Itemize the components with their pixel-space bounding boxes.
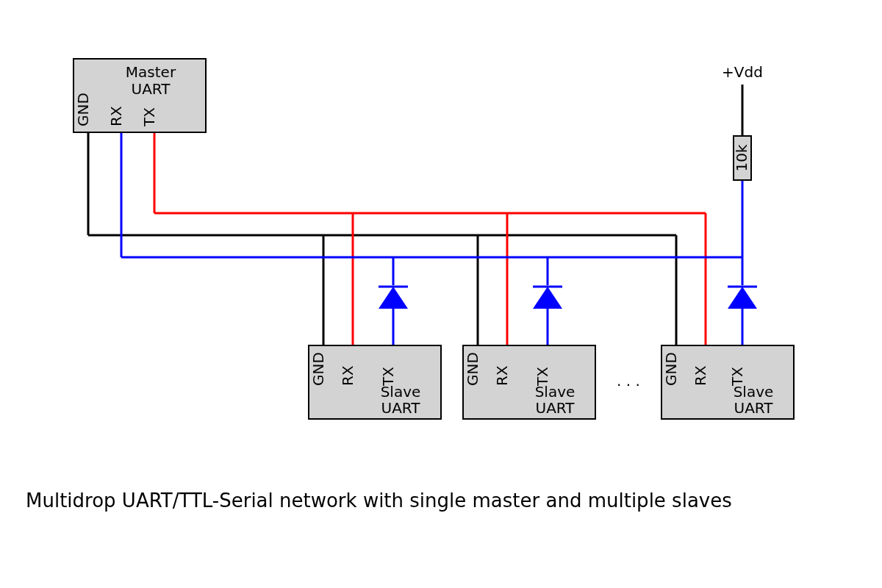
master-pin-gnd: GND [74,93,92,126]
schematic: 10k +Vdd Master UART GND RX TX GND RX TX… [0,0,882,588]
slave3-pin-gnd: GND [662,352,680,386]
master-title1: Master [126,63,176,81]
svg-rect-9 [662,345,794,419]
slave-uart-block-3: GND RX TX Slave UART [662,345,794,419]
svg-rect-8 [463,345,595,419]
slave1-title1: Slave [381,383,421,401]
slave-uart-block-1: GND RX TX Slave UART [309,345,441,419]
master-title2: UART [132,80,171,98]
svg-marker-2 [533,287,562,309]
slave3-title1: Slave [734,383,774,401]
master-uart-block: Master UART GND RX TX [74,59,206,132]
diode-slave2 [533,287,562,309]
slave1-pin-gnd: GND [309,352,327,386]
slave2-pin-gnd: GND [464,352,481,386]
slave3-pin-rx: RX [692,365,709,386]
diagram-caption: Multidrop UART/TTL-Serial network with s… [26,490,732,512]
slave-uart-block-2: GND RX TX Slave UART [463,345,595,419]
vdd-label: +Vdd [722,63,763,81]
master-pin-rx: RX [107,106,125,126]
diode-slave3 [728,287,757,309]
slave2-title2: UART [536,399,576,417]
svg-marker-0 [379,287,408,309]
slave1-title2: UART [381,399,421,417]
ellipsis: . . . [617,372,640,390]
master-pin-tx: TX [140,107,158,127]
slave1-pin-rx: RX [339,365,356,386]
svg-rect-7 [309,345,441,419]
svg-marker-4 [728,287,757,309]
slave2-title1: Slave [535,383,576,401]
slave3-title2: UART [734,399,774,417]
diode-slave1 [379,287,408,309]
slave2-pin-rx: RX [493,365,511,386]
resistor-label: 10k [733,144,750,171]
